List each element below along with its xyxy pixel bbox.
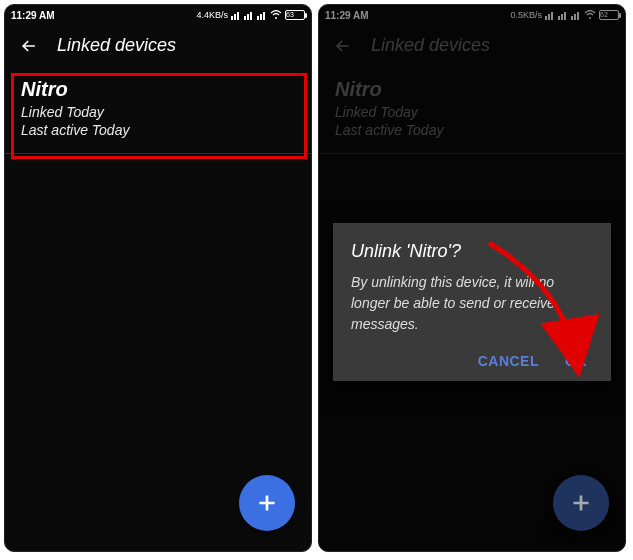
svg-rect-3 [244,16,246,20]
svg-rect-4 [247,14,249,20]
device-active: Last active Today [21,121,295,139]
svg-rect-0 [231,16,233,20]
svg-rect-6 [257,16,259,20]
svg-point-9 [275,17,277,19]
signal-icon-2 [257,10,267,20]
svg-rect-5 [250,12,252,20]
ok-button[interactable]: OK [565,353,587,369]
battery-icon: 63 [285,10,305,20]
phone-screen-right: 11:29 AM 0.5KB/s 62 Linked devices Nitro [318,4,626,552]
add-device-fab[interactable] [553,475,609,531]
status-speed: 4.4KB/s [196,10,228,20]
plus-icon [254,490,280,516]
status-indicators: 4.4KB/s 63 [196,10,305,20]
status-time: 11:29 AM [11,10,55,21]
app-header: Linked devices [5,25,311,66]
wifi-icon [270,10,282,20]
svg-rect-2 [237,12,239,20]
lte-icon [231,10,241,20]
phone-screen-left: 11:29 AM 4.4KB/s 63 Linked devices Nitro… [4,4,312,552]
dialog-title: Unlink 'Nitro'? [351,241,593,262]
svg-rect-7 [260,14,262,20]
svg-rect-8 [263,12,265,20]
device-linked: Linked Today [21,103,295,121]
page-title: Linked devices [57,35,176,56]
device-item[interactable]: Nitro Linked Today Last active Today [5,66,311,154]
status-bar: 11:29 AM 4.4KB/s 63 [5,5,311,25]
cancel-button[interactable]: CANCEL [478,353,539,369]
plus-icon [568,490,594,516]
device-name: Nitro [21,78,295,101]
dialog-message: By unlinking this device, it will no lon… [351,272,593,335]
svg-rect-1 [234,14,236,20]
unlink-dialog: Unlink 'Nitro'? By unlinking this device… [333,223,611,381]
back-arrow-icon[interactable] [19,36,39,56]
dialog-actions: CANCEL OK [351,353,593,369]
signal-icon [244,10,254,20]
add-device-fab[interactable] [239,475,295,531]
